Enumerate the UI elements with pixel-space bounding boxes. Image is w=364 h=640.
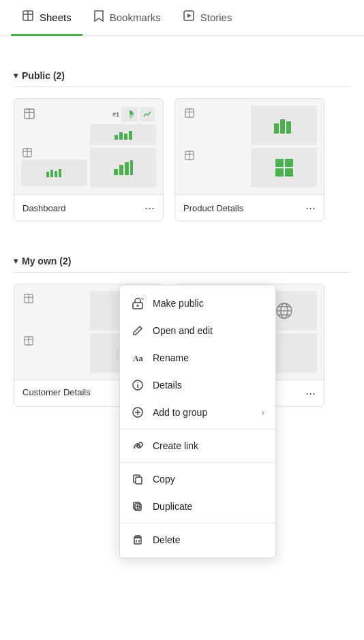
svg-point-55	[137, 305, 139, 307]
make-public-label: Make public	[153, 298, 264, 309]
menu-item-delete[interactable]: Delete	[120, 526, 275, 553]
link-icon	[131, 439, 145, 453]
svg-rect-12	[129, 131, 132, 140]
open-edit-label: Open and edit	[153, 325, 264, 336]
rename-label: Rename	[153, 352, 264, 363]
pencil-icon	[131, 324, 145, 337]
tab-bar: Sheets Bookmarks Stories	[0, 0, 364, 36]
tab-sheets[interactable]: Sheets	[11, 0, 82, 36]
svg-rect-10	[119, 132, 123, 140]
card-dashboard[interactable]: #1	[14, 98, 164, 222]
svg-rect-17	[50, 170, 53, 177]
rename-icon: Aa	[131, 351, 145, 365]
svg-rect-33	[275, 159, 284, 167]
my-own-collapse-icon[interactable]: ▾	[14, 256, 18, 266]
dashboard-card-footer: Dashboard ···	[14, 194, 163, 221]
public-collapse-icon[interactable]: ▾	[14, 71, 18, 80]
info-icon	[131, 378, 145, 392]
svg-marker-4	[187, 14, 192, 18]
product-details-preview	[175, 99, 324, 194]
tab-stories[interactable]: Stories	[172, 0, 243, 36]
delete-label: Delete	[153, 534, 264, 545]
add-group-icon	[131, 406, 145, 419]
svg-rect-27	[274, 123, 279, 134]
public-cards-grid: #1	[0, 98, 364, 235]
menu-divider-2	[120, 462, 275, 463]
tab-bookmarks[interactable]: Bookmarks	[82, 0, 172, 36]
menu-item-create-link[interactable]: Create link	[120, 432, 275, 459]
svg-rect-19	[59, 169, 61, 177]
context-menu: Make public Open and edit Aa Rename Deta…	[119, 285, 276, 558]
public-section-label: Public (2)	[22, 70, 65, 81]
product-details-card-footer: Product Details ···	[175, 194, 324, 221]
svg-rect-43	[116, 349, 119, 359]
svg-rect-35	[275, 168, 284, 177]
dashboard-preview: #1	[14, 99, 163, 194]
svg-point-59	[137, 382, 138, 384]
svg-rect-9	[115, 135, 118, 140]
svg-rect-11	[124, 134, 127, 140]
copy-label: Copy	[153, 474, 264, 485]
svg-rect-23	[130, 160, 133, 175]
stories-icon	[183, 10, 195, 25]
menu-item-duplicate[interactable]: Duplicate	[120, 493, 275, 520]
public-divider	[14, 87, 350, 87]
public-section-header: ▾ Public (2)	[0, 57, 364, 87]
my-own-section-label: My own (2)	[22, 256, 71, 266]
tab-stories-label: Stories	[200, 12, 232, 23]
menu-divider-1	[120, 429, 275, 429]
tab-sheets-label: Sheets	[40, 12, 72, 23]
svg-rect-29	[286, 121, 291, 134]
tab-bookmarks-label: Bookmarks	[110, 12, 161, 23]
make-public-icon	[131, 296, 145, 310]
menu-item-copy[interactable]: Copy	[120, 466, 275, 493]
duplicate-icon	[131, 500, 145, 513]
my-own-divider	[14, 272, 350, 273]
sheets-icon	[22, 10, 34, 25]
location-more-button[interactable]: ···	[305, 387, 316, 399]
menu-item-details[interactable]: Details	[120, 371, 275, 399]
details-label: Details	[153, 380, 264, 391]
menu-item-open-edit[interactable]: Open and edit	[120, 317, 275, 344]
svg-rect-20	[114, 169, 118, 175]
svg-rect-34	[285, 159, 293, 167]
trash-icon	[131, 533, 145, 547]
svg-rect-63	[136, 477, 142, 484]
product-details-card-name: Product Details	[183, 203, 243, 213]
svg-text:Aa: Aa	[133, 354, 143, 363]
dashboard-card-name: Dashboard	[22, 203, 66, 213]
create-link-label: Create link	[153, 440, 264, 451]
svg-rect-16	[46, 172, 49, 177]
menu-item-add-to-group[interactable]: Add to group ›	[120, 399, 275, 426]
add-to-group-arrow: ›	[261, 407, 264, 418]
customer-details-card-name: Customer Details	[22, 387, 91, 397]
svg-rect-68	[134, 538, 141, 544]
svg-rect-18	[55, 171, 57, 177]
svg-rect-36	[285, 168, 293, 177]
dashboard-more-button[interactable]: ···	[145, 202, 155, 214]
copy-icon	[131, 472, 145, 486]
menu-item-rename[interactable]: Aa Rename	[120, 344, 275, 371]
add-to-group-label: Add to group	[153, 407, 253, 418]
my-own-section-header: ▾ My own (2)	[0, 242, 364, 272]
svg-rect-21	[119, 165, 123, 175]
card-product-details[interactable]: Product Details ···	[175, 98, 324, 222]
menu-divider-3	[120, 523, 275, 523]
menu-item-make-public[interactable]: Make public	[120, 290, 275, 317]
product-details-more-button[interactable]: ···	[305, 202, 316, 214]
bookmarks-icon	[93, 10, 104, 25]
svg-rect-22	[125, 162, 129, 175]
svg-rect-28	[280, 119, 285, 134]
duplicate-label: Duplicate	[153, 501, 264, 512]
